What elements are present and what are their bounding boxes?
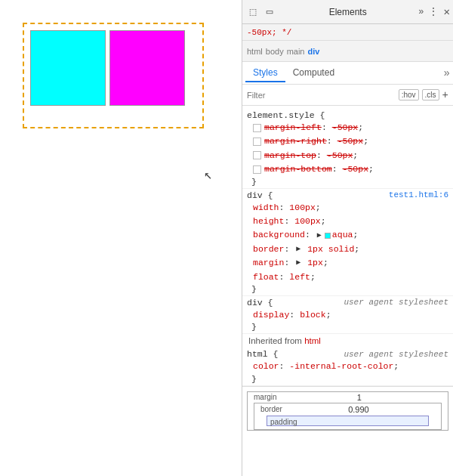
more-panels-icon[interactable]: » — [418, 7, 424, 17]
div-rule-close-brace: } — [247, 284, 448, 294]
prop-name-margin-top: margin-top — [264, 149, 316, 162]
tab-computed[interactable]: Computed — [285, 64, 342, 82]
prop-margin-top: margin-top : -50px ; — [247, 149, 448, 162]
cls-button[interactable]: .cls — [422, 89, 439, 100]
element-style-selector: element.style { — [247, 110, 325, 120]
prop-value-margin-right: -50px — [337, 134, 364, 148]
breadcrumb-main[interactable]: main — [287, 47, 305, 56]
prop-background: background : ▶ aqua ; — [247, 228, 448, 242]
margin-label: margin — [254, 393, 277, 401]
html-agent-source: user agent stylesheet — [344, 350, 448, 359]
prop-name-margin: margin — [253, 256, 284, 270]
add-style-icon[interactable]: + — [442, 89, 448, 101]
prop-name-height: height — [253, 215, 284, 228]
prop-name-margin-right: margin-right — [264, 134, 327, 148]
html-agent-selector: html { — [247, 349, 278, 359]
menu-icon[interactable]: ⋮ — [426, 5, 441, 20]
hov-button[interactable]: :hov — [399, 89, 419, 100]
html-agent-close-brace: } — [247, 374, 448, 384]
box-model-margin-row: margin 1 — [248, 392, 448, 403]
prop-checkbox-margin-bottom[interactable] — [253, 165, 261, 174]
filter-row: :hov .cls + — [242, 85, 453, 106]
prop-value-margin-top: -50px — [327, 149, 353, 162]
div-source-link[interactable]: test1.html:6 — [389, 190, 448, 199]
css-content: element.style { margin-left : -50px ; ma… — [242, 106, 453, 476]
prop-float: float : left ; — [247, 270, 448, 284]
breadcrumb-div[interactable]: div — [307, 47, 319, 56]
inspect-icon[interactable]: ⬚ — [245, 5, 260, 20]
prop-value-color: -internal-root-color — [289, 360, 393, 373]
magenta-div — [109, 30, 185, 106]
border-value: 0.990 — [348, 405, 369, 414]
prop-value-margin-bottom: -50px — [343, 162, 369, 176]
prop-name-float: float — [253, 270, 279, 284]
close-icon[interactable]: ✕ — [444, 5, 450, 18]
canvas-area — [23, 23, 211, 144]
prop-value-width: 100px — [289, 201, 316, 215]
prop-value-margin: 1px — [302, 256, 323, 270]
prop-margin-bottom: margin-bottom : -50px ; — [247, 162, 448, 176]
prop-name-border: border — [253, 243, 284, 256]
prop-value-float: left — [289, 270, 310, 284]
prop-name-background: background — [253, 228, 305, 242]
div-agent-section: div { user agent stylesheet display : bl… — [242, 296, 453, 334]
prop-name-color: color — [253, 360, 279, 373]
prop-value-margin-left: -50px — [332, 121, 359, 134]
div-selector: div { — [247, 190, 273, 200]
color-swatch-aqua[interactable] — [325, 233, 331, 239]
prop-checkbox-margin-left[interactable] — [253, 124, 261, 132]
div-agent-source: user agent stylesheet — [344, 298, 448, 307]
prop-value-height: 100px — [294, 215, 321, 228]
prop-value-border: 1px solid — [302, 243, 354, 256]
prop-width: width : 100px ; — [247, 201, 448, 215]
prop-border: border : ▶ 1px solid ; — [247, 243, 448, 256]
prop-color: color : -internal-root-color ; — [247, 360, 448, 373]
prop-checkbox-margin-right[interactable] — [253, 138, 261, 146]
margin-expand-icon[interactable]: ▶ — [296, 257, 300, 269]
div-agent-close-brace: } — [247, 322, 448, 332]
mouse-cursor: ↖ — [204, 166, 212, 183]
tab-styles[interactable]: Styles — [245, 64, 285, 82]
box-model-section: margin 1 border 0.990 padding — [242, 386, 453, 431]
margin-value: 1 — [357, 393, 362, 402]
prop-name-width: width — [253, 201, 279, 215]
devtools-tabs: Styles Computed » — [242, 62, 453, 85]
div-rule-section: div { test1.html:6 width : 100px ; heigh… — [242, 189, 453, 296]
padding-row: padding — [267, 416, 429, 426]
background-expand-icon[interactable]: ▶ — [317, 230, 322, 242]
scroll-text: -50px; */ — [247, 28, 291, 37]
prop-height: height : 100px ; — [247, 215, 448, 228]
device-icon[interactable]: ▭ — [262, 5, 277, 20]
breadcrumb-body[interactable]: body — [266, 47, 284, 56]
prop-name-margin-bottom: margin-bottom — [264, 162, 332, 176]
devtools-panel: ⬚ ▭ Elements » ⋮ ✕ -50px; */ html body m… — [242, 0, 453, 476]
element-style-section: element.style { margin-left : -50px ; ma… — [242, 109, 453, 189]
inherited-from-tag[interactable]: html — [304, 336, 321, 345]
prop-margin: margin : ▶ 1px ; — [247, 256, 448, 270]
prop-name-display: display — [253, 308, 289, 322]
prop-name-margin-left: margin-left — [264, 121, 322, 134]
element-style-close-brace: } — [247, 177, 448, 187]
html-agent-section: html { user agent stylesheet color : -in… — [242, 348, 453, 385]
border-label: border — [260, 405, 282, 413]
prop-value-display: block — [300, 308, 326, 322]
padding-label: padding — [270, 418, 297, 426]
cyan-div — [30, 30, 106, 106]
canvas-panel: ↖ — [0, 0, 242, 476]
inherited-from-label: Inherited from html — [242, 334, 453, 348]
prop-display: display : block ; — [247, 308, 448, 322]
more-tabs-icon[interactable]: » — [444, 67, 450, 79]
div-agent-selector: div { — [247, 298, 273, 308]
prop-value-background: aqua — [332, 228, 353, 242]
prop-checkbox-margin-top[interactable] — [253, 151, 261, 159]
devtools-title: Elements — [279, 7, 417, 17]
box-model-border-row: border 0.990 padding — [254, 403, 442, 430]
filter-input[interactable] — [247, 91, 396, 100]
breadcrumb-html[interactable]: html — [247, 47, 263, 56]
prop-margin-left: margin-left : -50px ; — [247, 121, 448, 134]
breadcrumb-bar: html body main div — [242, 41, 453, 62]
border-expand-icon[interactable]: ▶ — [296, 243, 300, 255]
code-scroll-line: -50px; */ — [242, 24, 453, 41]
devtools-toolbar: ⬚ ▭ Elements » ⋮ ✕ — [242, 0, 453, 24]
prop-margin-right: margin-right : -50px ; — [247, 134, 448, 148]
